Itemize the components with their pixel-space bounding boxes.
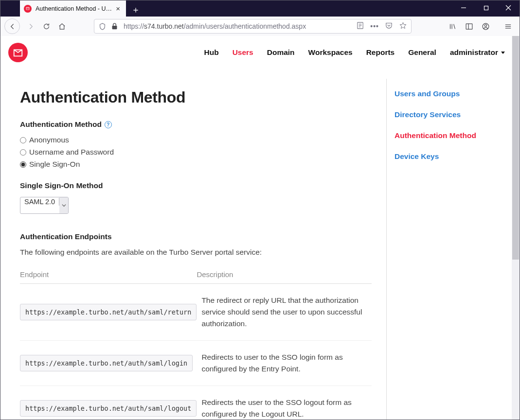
svg-rect-4 xyxy=(112,26,117,29)
radio-userpass[interactable]: Username and Password xyxy=(20,148,372,157)
table-row: https://example.turbo.net/auth/saml/logi… xyxy=(20,341,372,386)
forward-button[interactable] xyxy=(23,18,38,34)
nav-admin-label: administrator xyxy=(450,48,498,57)
window-titlebar: Authentication Method - Users × ＋ xyxy=(0,0,520,17)
svg-point-15 xyxy=(484,24,486,26)
caret-down-icon xyxy=(501,52,505,54)
lock-icon[interactable] xyxy=(110,22,119,31)
scrollbar-thumb[interactable] xyxy=(512,36,519,260)
endpoint-desc: Redirects the user to the SSO logout for… xyxy=(197,386,372,420)
tab-title: Authentication Method - Users xyxy=(36,5,114,12)
window-minimize-button[interactable] xyxy=(452,0,475,15)
endpoint-desc: Redirects to user to the SSO login form … xyxy=(197,341,372,386)
sidebar-icon[interactable] xyxy=(461,18,477,34)
col-description: Description xyxy=(197,265,372,284)
svg-rect-1 xyxy=(484,6,488,10)
endpoint-url[interactable]: https://example.turbo.net/auth/saml/logo… xyxy=(20,400,197,417)
window-close-button[interactable] xyxy=(497,0,520,15)
menu-icon[interactable] xyxy=(500,18,516,34)
new-tab-button[interactable]: ＋ xyxy=(129,3,143,17)
endpoint-url[interactable]: https://example.turbo.net/auth/saml/retu… xyxy=(20,304,197,320)
page-content: Authentication Method Authentication Met… xyxy=(0,69,520,420)
help-icon[interactable]: ? xyxy=(105,121,112,128)
svg-rect-12 xyxy=(466,23,472,29)
side-nav: Users and Groups Directory Services Auth… xyxy=(386,79,503,420)
turbo-favicon xyxy=(24,5,32,13)
side-device-keys[interactable]: Device Keys xyxy=(394,152,503,161)
scrollbar[interactable] xyxy=(512,36,520,420)
home-button[interactable] xyxy=(54,18,70,34)
reader-mode-icon[interactable] xyxy=(356,21,364,31)
nav-admin-dropdown[interactable]: administrator xyxy=(450,48,505,57)
nav-workspaces[interactable]: Workspaces xyxy=(308,48,353,57)
bookmark-icon[interactable] xyxy=(399,21,407,31)
auth-method-label: Authentication Method ? xyxy=(20,120,372,129)
app-nav: Hub Users Domain Workspaces Reports Gene… xyxy=(204,48,510,57)
radio-anonymous[interactable]: Anonymous xyxy=(20,136,372,144)
sso-method-label: Single Sign-On Method xyxy=(20,181,372,190)
page-title: Authentication Method xyxy=(20,88,372,106)
nav-domain[interactable]: Domain xyxy=(267,48,295,57)
app-header: Hub Users Domain Workspaces Reports Gene… xyxy=(0,36,520,69)
page-viewport: Hub Users Domain Workspaces Reports Gene… xyxy=(0,36,520,420)
back-button[interactable] xyxy=(4,18,20,34)
side-directory-services[interactable]: Directory Services xyxy=(394,110,503,119)
radio-sso[interactable]: Single Sign-On xyxy=(20,160,372,169)
endpoint-desc: The redirect or reply URL that the autho… xyxy=(197,284,372,341)
nav-hub[interactable]: Hub xyxy=(204,48,219,57)
library-icon[interactable] xyxy=(445,18,460,34)
auth-method-radios: Anonymous Username and Password Single S… xyxy=(20,136,372,169)
nav-general[interactable]: General xyxy=(408,48,436,57)
reload-button[interactable] xyxy=(38,18,54,34)
endpoints-label: Authentication Endpoints xyxy=(20,232,372,241)
col-endpoint: Endpoint xyxy=(20,265,197,284)
endpoints-table: Endpoint Description https://example.tur… xyxy=(20,265,372,420)
main-column: Authentication Method Authentication Met… xyxy=(20,79,372,420)
table-row: https://example.turbo.net/auth/saml/retu… xyxy=(20,284,372,341)
endpoint-url[interactable]: https://example.turbo.net/auth/saml/logi… xyxy=(20,355,193,371)
account-icon[interactable] xyxy=(478,18,493,34)
endpoints-sub: The following endpoints are available on… xyxy=(20,248,372,257)
tab-close-icon[interactable]: × xyxy=(114,4,122,13)
sso-method-select[interactable]: SAML 2.0 xyxy=(20,197,69,214)
chevron-down-icon xyxy=(59,197,68,213)
window-maximize-button[interactable] xyxy=(475,0,497,15)
table-row: https://example.turbo.net/auth/saml/logo… xyxy=(20,386,372,420)
url-text: https://s74.turbo.net/admin/users/authen… xyxy=(124,22,356,30)
nav-reports[interactable]: Reports xyxy=(366,48,395,57)
browser-tab[interactable]: Authentication Method - Users × xyxy=(20,0,126,17)
sso-method-value: SAML 2.0 xyxy=(20,198,59,206)
svg-line-11 xyxy=(453,24,455,29)
browser-toolbar: https://s74.turbo.net/admin/users/authen… xyxy=(0,17,520,36)
page-actions-icon[interactable]: ••• xyxy=(370,22,379,30)
tab-strip: Authentication Method - Users × ＋ xyxy=(20,0,143,17)
tracking-shield-icon[interactable] xyxy=(98,22,107,31)
side-auth-method[interactable]: Authentication Method xyxy=(394,131,503,140)
window-controls xyxy=(452,0,520,15)
pocket-icon[interactable] xyxy=(385,21,393,31)
url-bar[interactable]: https://s74.turbo.net/admin/users/authen… xyxy=(94,19,412,34)
nav-users[interactable]: Users xyxy=(233,48,253,57)
side-users-groups[interactable]: Users and Groups xyxy=(394,89,503,98)
turbo-logo[interactable] xyxy=(8,43,28,62)
